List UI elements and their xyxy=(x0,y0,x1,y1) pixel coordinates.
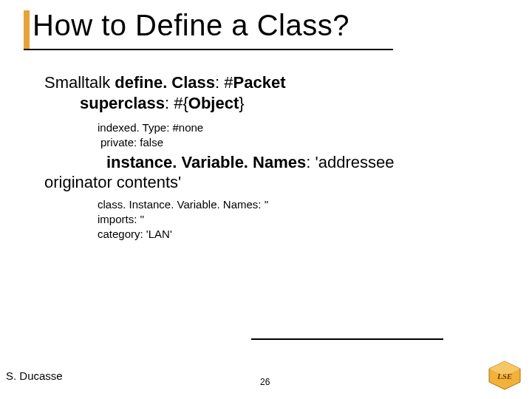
code-line-3: indexed. Type: #none xyxy=(98,120,495,135)
code-line-7: class. Instance. Variable. Names: '' xyxy=(98,197,495,212)
code-line-8: imports: '' xyxy=(98,212,495,227)
code-line-9: category: 'LAN' xyxy=(98,227,495,242)
text-bold: Packet xyxy=(233,73,286,92)
text: : 'addressee xyxy=(306,153,394,171)
code-line-5: instance. Variable. Names: 'addressee xyxy=(44,152,495,173)
text: : # xyxy=(215,73,233,92)
text: Smalltalk xyxy=(44,73,115,92)
code-line-6: originator contents' xyxy=(44,172,495,193)
text: } xyxy=(239,94,244,112)
text-bold: instance. Variable. Names xyxy=(106,153,306,171)
footer-author: S. Ducasse xyxy=(6,369,63,382)
svg-text:LSE: LSE xyxy=(497,372,512,381)
title-underline xyxy=(24,49,393,50)
slide-title: How to Define a Class? xyxy=(33,9,349,42)
text-bold: superclass xyxy=(80,94,165,112)
code-line-4: private: false xyxy=(100,135,495,150)
code-line-2: superclass: #{Object} xyxy=(80,93,495,114)
page-number: 26 xyxy=(260,377,270,387)
code-line-1: Smalltalk define. Class: #Packet xyxy=(44,72,495,93)
text-bold: Object xyxy=(188,94,239,112)
text: : #{ xyxy=(165,94,188,112)
accent-bar xyxy=(24,10,30,50)
bottom-rule xyxy=(251,338,443,340)
lse-logo-icon: LSE xyxy=(488,361,522,390)
content-block: Smalltalk define. Class: #Packet supercl… xyxy=(44,71,495,242)
text-bold: define. Class xyxy=(115,73,215,92)
